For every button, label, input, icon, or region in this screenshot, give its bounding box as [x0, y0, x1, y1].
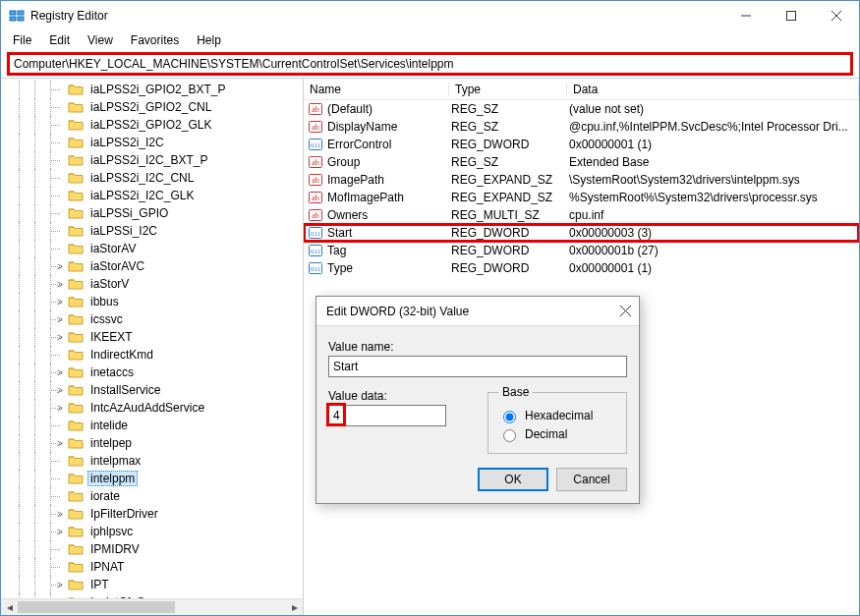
tree-item[interactable]: iorate [1, 487, 303, 505]
base-fieldset: Base Hexadecimal Decimal [487, 385, 627, 454]
tree-item-label: IndirectKmd [87, 347, 156, 363]
value-name-label: Value name: [328, 340, 627, 354]
tree-item-label: iaLPSS2i_I2C_BXT_P [87, 152, 210, 168]
tree-item[interactable]: >iaStorV [1, 275, 303, 293]
tree-item[interactable]: iaLPSS2i_GPIO2_BXT_P [1, 81, 303, 98]
string-value-icon: ab [308, 190, 323, 205]
folder-icon [68, 136, 84, 149]
radio-dec-input[interactable] [503, 429, 516, 442]
tree-item[interactable]: IPMIDRV [1, 540, 303, 558]
tree-item[interactable]: >IpFilterDriver [1, 505, 303, 523]
value-data: 0x00000001 (1) [569, 261, 859, 275]
svg-rect-1 [10, 17, 16, 21]
cancel-button[interactable]: Cancel [556, 468, 627, 491]
value-row[interactable]: 011StartREG_DWORD0x00000003 (3) [304, 224, 859, 242]
tree-item-label: ibbus [87, 294, 122, 309]
menu-file[interactable]: File [5, 31, 39, 49]
tree-item[interactable]: >IKEEXT [1, 328, 303, 346]
value-data: cpu.inf [569, 208, 859, 222]
tree-item[interactable]: IndirectKmd [1, 346, 303, 364]
ok-button[interactable]: OK [478, 468, 548, 491]
radio-hexadecimal[interactable]: Hexadecimal [498, 408, 616, 423]
svg-text:ab: ab [312, 211, 319, 220]
folder-icon [68, 206, 84, 220]
tree-horizontal-scrollbar[interactable]: ◂ ▸ [1, 598, 303, 615]
radio-decimal[interactable]: Decimal [498, 426, 616, 442]
edit-dword-dialog: Edit DWORD (32-bit) Value Value name: Va… [315, 296, 640, 504]
menu-edit[interactable]: Edit [41, 31, 78, 49]
dword-value-icon: 011 [308, 225, 323, 241]
folder-icon [68, 560, 84, 574]
address-bar[interactable]: Computer\HKEY_LOCAL_MACHINE\SYSTEM\Curre… [7, 52, 853, 76]
radio-hex-label: Hexadecimal [525, 409, 593, 422]
tree-item[interactable]: iaLPSS2i_GPIO2_GLK [1, 116, 303, 134]
maximize-button[interactable] [769, 1, 814, 30]
svg-text:ab: ab [312, 158, 319, 167]
tree-item[interactable]: iaLPSS2i_I2C_BXT_P [1, 151, 303, 169]
value-row[interactable]: abOwnersREG_MULTI_SZcpu.inf [304, 206, 859, 224]
tree-item-label: iaLPSS2i_GPIO2_CNL [87, 99, 214, 115]
folder-icon [68, 436, 84, 450]
col-name[interactable]: Name [304, 83, 449, 96]
tree-item[interactable]: >IntcAzAudAddService [1, 399, 303, 417]
value-row[interactable]: abGroupREG_SZExtended Base [304, 153, 859, 171]
value-row[interactable]: 011TagREG_DWORD0x0000001b (27) [304, 242, 859, 259]
tree-item[interactable]: >IPT [1, 576, 303, 593]
scroll-right-icon[interactable]: ▸ [286, 599, 303, 615]
menu-favorites[interactable]: Favorites [123, 31, 187, 49]
tree-item[interactable]: >iphlpsvc [1, 523, 303, 540]
tree-item[interactable]: >ibbus [1, 293, 303, 310]
value-row[interactable]: 011ErrorControlREG_DWORD0x00000001 (1) [304, 136, 859, 153]
tree-item[interactable]: IPNAT [1, 558, 303, 576]
tree-item[interactable]: intelpmax [1, 452, 303, 470]
tree-pane[interactable]: iaLPSS2i_GPIO2_BXT_PiaLPSS2i_GPIO2_CNLia… [1, 79, 304, 615]
tree-item-label: IpFilterDriver [87, 506, 161, 522]
value-row[interactable]: abMofImagePathREG_EXPAND_SZ%SystemRoot%\… [304, 189, 859, 206]
tree-item-label: IPMIDRV [87, 541, 143, 557]
tree-item[interactable]: >intelpep [1, 434, 303, 452]
dialog-close-icon[interactable] [620, 304, 631, 319]
base-legend: Base [498, 385, 533, 399]
value-row[interactable]: abImagePathREG_EXPAND_SZ\SystemRoot\Syst… [304, 171, 859, 189]
tree-item[interactable]: iaLPSS2i_I2C [1, 134, 303, 151]
svg-rect-5 [787, 12, 796, 21]
scroll-left-icon[interactable]: ◂ [1, 599, 18, 615]
scroll-thumb[interactable] [18, 601, 175, 613]
col-type[interactable]: Type [449, 83, 567, 96]
tree-item[interactable]: iaStorAV [1, 240, 303, 257]
tree-item[interactable]: >iaStorAVC [1, 257, 303, 275]
radio-hex-input[interactable] [503, 411, 516, 423]
tree-item[interactable]: iaLPSSi_GPIO [1, 204, 303, 222]
folder-icon [68, 224, 84, 238]
minimize-button[interactable] [723, 1, 769, 30]
value-row[interactable]: abDisplayNameREG_SZ@cpu.inf,%IntelPPM.Sv… [304, 118, 859, 136]
tree-item[interactable]: >inetaccs [1, 364, 303, 381]
tree-item[interactable]: iaLPSS2i_I2C_GLK [1, 187, 303, 204]
tree-item[interactable]: intelide [1, 417, 303, 434]
value-row[interactable]: ab(Default)REG_SZ(value not set) [304, 100, 859, 118]
svg-text:ab: ab [312, 123, 319, 132]
close-button[interactable] [814, 1, 859, 30]
value-data: 0x0000001b (27) [569, 244, 859, 257]
tree-item[interactable]: iaLPSS2i_I2C_CNL [1, 169, 303, 187]
tree-item-label: intelpmax [87, 453, 143, 469]
value-name: Owners [327, 208, 451, 222]
tree-item[interactable]: iaLPSS2i_GPIO2_CNL [1, 98, 303, 116]
menu-help[interactable]: Help [189, 31, 229, 49]
folder-icon [68, 525, 84, 538]
col-data[interactable]: Data [567, 83, 859, 96]
tree-item[interactable]: >icssvc [1, 310, 303, 328]
string-value-icon: ab [308, 172, 323, 188]
tree-item[interactable]: iaLPSSi_I2C [1, 222, 303, 240]
value-name: Type [327, 261, 451, 275]
tree-item[interactable]: intelppm [1, 470, 303, 487]
value-data: %SystemRoot%\System32\drivers\processr.s… [569, 191, 859, 204]
value-name-field[interactable] [328, 356, 627, 377]
value-data-field[interactable] [328, 405, 446, 426]
tree-item[interactable]: >InstallService [1, 381, 303, 399]
value-type: REG_DWORD [451, 261, 569, 275]
folder-icon [68, 171, 84, 185]
value-row[interactable]: 011TypeREG_DWORD0x00000001 (1) [304, 259, 859, 277]
menu-view[interactable]: View [80, 31, 121, 49]
folder-icon [68, 277, 84, 291]
